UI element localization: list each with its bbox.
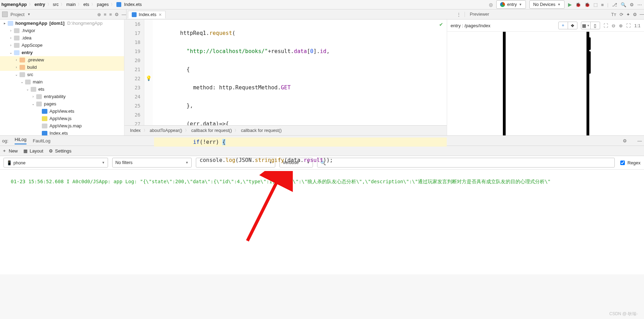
log-hide-icon[interactable]: — (635, 138, 644, 143)
tree-hvigor[interactable]: ›.hvigor (0, 27, 124, 34)
crop-icon[interactable]: ⛶ (604, 23, 608, 28)
target-icon[interactable]: ◎ (489, 2, 493, 7)
intention-bulb-icon[interactable]: 💡 (146, 75, 152, 81)
folder-icon (20, 72, 25, 77)
main-work-area: ▸ hongmengApp [dom1] D:\hongmengApp ›.hv… (0, 20, 644, 136)
tree-entry[interactable]: ⌄entry (0, 49, 124, 56)
tabbar-menu-icon[interactable]: ⋮ (453, 12, 465, 17)
log-output[interactable]: 01-23 15:56:52.608 I A0c0d0/JSApp: app L… (0, 170, 644, 274)
grid-button[interactable]: ▦▼ (581, 22, 590, 29)
layers-button[interactable]: ❖ (568, 22, 577, 29)
code-area[interactable]: httpReq1.request( "http://localhost/book… (153, 20, 447, 135)
debug-icon[interactable]: 🐞 (575, 2, 581, 7)
breadcrumb-src[interactable]: src (53, 2, 59, 7)
previewer-panel-header: Previewer Tᴛ ⟳ ✦ ⚙ — (465, 12, 644, 17)
breadcrumb-module[interactable]: entry (34, 2, 45, 7)
log-tab-faultlog[interactable]: FaultLog (33, 138, 51, 143)
log-settings-icon[interactable]: ⚙ (621, 138, 629, 143)
log-settings-button[interactable]: ⚙Settings (49, 148, 71, 154)
project-panel-header: Project ▼ ⊕ ≡ ≡ ⚙ — (0, 9, 127, 19)
gear-icon[interactable]: ⚙ (630, 2, 634, 7)
line-gutter: 16 17 18 19 20 21 22 23 24 25 26 27 (124, 20, 144, 135)
tree-file-appview-ets[interactable]: •AppView.ets (0, 107, 124, 115)
top-navigation-bar: hgmengApp 〉 entry 〉 src 〉 main 〉 ets 〉 p… (0, 0, 644, 9)
previewer-label: Previewer (470, 12, 489, 17)
search-icon[interactable]: 🔍 (621, 2, 626, 7)
log-tab-hilog[interactable]: HiLog (15, 137, 26, 144)
breadcrumb-root[interactable]: hgmengApp (1, 2, 27, 7)
editor-tab-index[interactable]: Index.ets ✕ (128, 11, 166, 18)
project-tree[interactable]: ▸ hongmengApp [dom1] D:\hongmengApp ›.hv… (0, 20, 124, 135)
device-dropdown[interactable]: No Devices ▼ (529, 0, 565, 9)
coverage-icon[interactable]: 🐞 (584, 2, 590, 7)
editor-bc-callback2[interactable]: callback for request() (241, 128, 282, 133)
hide-panel-icon[interactable]: — (640, 12, 644, 17)
folder-icon (36, 102, 42, 106)
zoom-in-icon[interactable]: ⊕ (619, 23, 623, 28)
run-icon[interactable]: ▶ (568, 2, 572, 7)
chevron-right-icon[interactable]: ▸ (2, 21, 7, 25)
folder-icon (14, 43, 20, 48)
breadcrumb-ets[interactable]: ets (83, 2, 89, 7)
one-to-one-icon[interactable]: 1:1 (634, 23, 641, 28)
refresh-icon[interactable]: ⟳ (620, 12, 623, 17)
breadcrumb-main[interactable]: main (66, 2, 76, 7)
chevron-right-icon: 〉 (111, 2, 114, 7)
panel-settings-icon[interactable]: ⚙ (633, 12, 637, 17)
watermark: CSDN @-耿瑞- (609, 311, 638, 317)
chevron-down-icon: ▼ (558, 3, 561, 6)
panel-header-row: Project ▼ ⊕ ≡ ≡ ⚙ — Index.ets ✕ ⋮ Previe… (0, 9, 644, 20)
run-config-dropdown[interactable]: entry ▼ (496, 0, 526, 9)
tree-root[interactable]: ▸ hongmengApp [dom1] D:\hongmengApp (0, 20, 124, 27)
breadcrumb-file[interactable]: Index.ets (124, 2, 142, 7)
previewer-canvas[interactable] (447, 32, 644, 135)
file-ets-icon (132, 12, 137, 17)
more-icon[interactable]: ⋯ (637, 2, 642, 7)
font-icon[interactable]: Tᴛ (611, 12, 617, 17)
regex-checkbox[interactable]: Regex (619, 160, 641, 166)
panel-settings-icon[interactable]: ⚙ (115, 12, 119, 17)
editor-bc-abouttoappear[interactable]: aboutToAppear() (150, 128, 182, 133)
breadcrumb-pages[interactable]: pages (97, 2, 109, 7)
log-layout-button[interactable]: ▦Layout (23, 148, 43, 154)
tree-idea[interactable]: ›.idea (0, 34, 124, 42)
tree-entryability[interactable]: ›entryability (0, 93, 124, 100)
separator: | (607, 2, 608, 7)
tree-pages[interactable]: ⌄pages (0, 100, 124, 107)
tree-preview[interactable]: ›.preview (0, 56, 124, 64)
log-new-button[interactable]: ＋New (2, 148, 18, 154)
chevron-down-icon[interactable]: ▼ (27, 13, 30, 16)
phone-button-power (589, 51, 591, 74)
tree-src[interactable]: ⌄src (0, 71, 124, 78)
folder-icon (20, 65, 25, 70)
inspect-icon[interactable]: ✦ (626, 12, 630, 17)
profiler-icon[interactable]: ⬚ (593, 2, 598, 7)
tree-file-index-ets[interactable]: •Index.ets (0, 129, 124, 135)
layout-button-group: ▦▼ ▯ (581, 22, 600, 29)
hide-panel-icon[interactable]: — (122, 12, 126, 17)
phone-button[interactable]: ▯ (590, 22, 600, 29)
tree-file-appview-map[interactable]: •AppView.js.map (0, 122, 124, 129)
code-editor[interactable]: ✔ 16 17 18 19 20 21 22 23 24 25 26 27 💡 … (124, 20, 447, 135)
tree-file-appview-js[interactable]: •AppView.js (0, 115, 124, 122)
git-icon[interactable]: ⎇ (612, 2, 617, 7)
project-panel-label[interactable]: Project (10, 12, 24, 17)
expand-icon[interactable]: ≡ (109, 12, 112, 17)
locate-file-icon[interactable]: ⊕ (97, 12, 101, 17)
fit-icon[interactable]: ⛶ (626, 23, 631, 28)
tree-ets[interactable]: ⌄ets (0, 86, 124, 93)
regex-checkbox-input[interactable] (620, 161, 625, 165)
tree-build[interactable]: ›build (0, 64, 124, 71)
editor-bc-index[interactable]: Index (130, 128, 141, 133)
inspect-component-button[interactable]: ⌖ (559, 22, 568, 29)
plus-icon: ＋ (2, 148, 7, 154)
tree-appscope[interactable]: ›AppScope (0, 42, 124, 49)
collapse-icon[interactable]: ≡ (104, 12, 107, 17)
editor-bc-callback1[interactable]: callback for request() (191, 128, 232, 133)
close-tab-icon[interactable]: ✕ (159, 13, 162, 17)
stop-icon[interactable]: ■ (601, 2, 604, 7)
tree-main[interactable]: ⌄main (0, 78, 124, 86)
zoom-out-icon[interactable]: ⊖ (612, 23, 615, 28)
file-js-icon (42, 116, 47, 121)
device-filter-dropdown[interactable]: 📱 phone ▼ (3, 158, 108, 168)
